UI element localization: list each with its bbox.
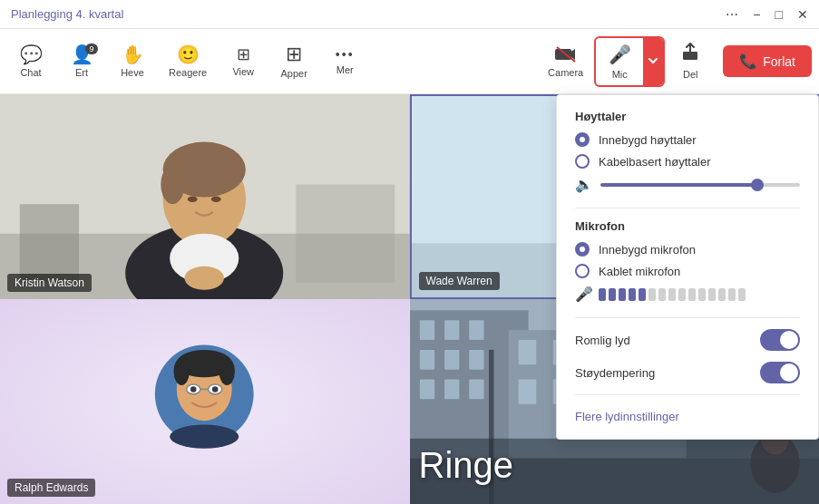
romlig-lyd-label: Romlig lyd xyxy=(575,334,630,347)
chat-label: Chat xyxy=(20,67,41,78)
apper-label: Apper xyxy=(281,68,307,79)
svg-rect-46 xyxy=(518,340,536,364)
mic-bar-13 xyxy=(718,288,726,301)
svg-rect-41 xyxy=(444,350,459,370)
more-icon: ••• xyxy=(336,48,355,61)
svg-rect-45 xyxy=(469,380,483,400)
mer-button[interactable]: ••• Mer xyxy=(321,43,368,81)
svg-rect-6 xyxy=(296,184,395,283)
del-button[interactable]: Del xyxy=(667,37,714,85)
ralph-name-label: Ralph Edwards xyxy=(7,479,95,497)
apper-button[interactable]: ⊞ Apper xyxy=(270,39,317,84)
mic-button[interactable]: 🎤 Mic xyxy=(596,38,643,85)
leave-label: Forlat xyxy=(763,54,795,69)
kablet-mikrofon-option[interactable]: Kablet mikrofon xyxy=(575,264,800,278)
mic-bar-10 xyxy=(688,288,696,301)
restore-icon[interactable]: □ xyxy=(775,7,783,22)
svg-rect-39 xyxy=(469,320,483,340)
wade-name-label: Wade Warren xyxy=(419,272,500,290)
mic-level-icon: 🎤 xyxy=(575,286,593,303)
innebygd-hoyttaler-radio[interactable] xyxy=(575,132,590,147)
view-button[interactable]: ⊞ View xyxy=(219,41,267,82)
svg-rect-37 xyxy=(419,320,434,340)
reagere-label: Reagere xyxy=(169,67,207,78)
mer-label: Mer xyxy=(336,64,354,75)
mic-bar-3 xyxy=(619,288,626,301)
mic-bar-14 xyxy=(728,288,736,301)
video-cell-kristin: Kristin Watson xyxy=(0,94,410,299)
mic-bar-8 xyxy=(668,288,676,301)
window-title: Planlegging 4. kvartal xyxy=(11,7,123,21)
phone-icon: 📞 xyxy=(739,53,757,70)
hand-icon: ✋ xyxy=(122,45,144,63)
minimize-icon[interactable]: − xyxy=(753,7,760,22)
camera-button[interactable]: Camera xyxy=(539,40,592,83)
volume-icon: 🔈 xyxy=(575,176,593,193)
mic-bar-12 xyxy=(708,288,716,301)
kabelbasert-hoyttaler-label: Kabelbasert høyttaler xyxy=(599,155,711,169)
mic-bar-11 xyxy=(698,288,706,301)
svg-rect-51 xyxy=(518,380,536,404)
toolbar: 💬 Chat 👤 Ert 9 ✋ Heve 🙂 Reagere ⊞ View ⊞… xyxy=(0,29,819,94)
video-cell-ralph: Ralph Edwards xyxy=(0,299,410,504)
section-divider xyxy=(575,208,800,208)
svg-rect-5 xyxy=(20,204,79,283)
mic-bar-7 xyxy=(658,288,666,301)
close-icon[interactable]: ✕ xyxy=(797,7,808,22)
main-content: Kristin Watson Wade Warren xyxy=(0,94,819,504)
heve-button[interactable]: ✋ Heve xyxy=(109,40,156,83)
svg-point-15 xyxy=(184,267,224,290)
window-controls: ⋯ − □ ✕ xyxy=(726,7,808,22)
view-icon: ⊞ xyxy=(237,46,250,63)
kabelbasert-hoyttaler-radio[interactable] xyxy=(575,154,590,169)
kristin-name-label: Kristin Watson xyxy=(7,274,92,292)
mic-level-row: 🎤 xyxy=(575,286,800,303)
ert-button[interactable]: 👤 Ert 9 xyxy=(58,40,105,83)
mic-label: Mic xyxy=(612,69,628,80)
reagere-button[interactable]: 🙂 Reagere xyxy=(160,40,216,83)
mic-bar-1 xyxy=(599,288,606,301)
svg-rect-44 xyxy=(444,380,459,400)
innebygd-mikrofon-option[interactable]: Innebygd mikrofon xyxy=(575,242,800,257)
svg-point-31 xyxy=(170,425,239,449)
ert-label: Ert xyxy=(75,67,88,78)
emoji-icon: 🙂 xyxy=(177,45,200,63)
romlig-lyd-toggle[interactable] xyxy=(760,329,800,351)
volume-slider[interactable] xyxy=(600,183,800,187)
svg-point-25 xyxy=(219,358,235,385)
section-divider-2 xyxy=(575,317,800,318)
more-settings-link[interactable]: Flere lydinnstillinger xyxy=(575,410,679,423)
leave-button[interactable]: 📞 Forlat xyxy=(723,45,812,77)
audio-settings-panel: Høyttaler Innebygd høyttaler Kabelbasert… xyxy=(556,94,819,440)
innebygd-hoyttaler-option[interactable]: Innebygd høyttaler xyxy=(575,132,800,147)
volume-thumb[interactable] xyxy=(751,179,764,191)
innebygd-hoyttaler-label: Innebygd høyttaler xyxy=(599,133,697,147)
ringe-text: Ringe xyxy=(419,445,514,486)
mic-dropdown-button[interactable] xyxy=(643,38,663,85)
stoydempering-toggle[interactable] xyxy=(760,362,800,383)
kablet-mikrofon-label: Kablet mikrofon xyxy=(599,265,680,278)
mikrofon-section-title: Mikrofon xyxy=(575,219,800,233)
kabelbasert-hoyttaler-option[interactable]: Kabelbasert høyttaler xyxy=(575,154,800,169)
kablet-mikrofon-radio[interactable] xyxy=(575,264,590,278)
ert-badge: 9 xyxy=(85,44,98,54)
svg-point-30 xyxy=(212,386,219,393)
camera-icon xyxy=(555,45,577,63)
mic-group: 🎤 Mic xyxy=(594,36,665,87)
svg-rect-42 xyxy=(469,350,483,370)
innebygd-mikrofon-radio[interactable] xyxy=(575,242,590,257)
mic-bar-15 xyxy=(738,288,746,301)
heve-label: Heve xyxy=(121,67,144,78)
mic-bar-4 xyxy=(629,288,636,301)
innebygd-mikrofon-label: Innebygd mikrofon xyxy=(599,243,696,257)
svg-point-24 xyxy=(173,358,189,385)
mic-bar-5 xyxy=(639,288,646,301)
chat-button[interactable]: 💬 Chat xyxy=(7,40,54,83)
mic-bar-6 xyxy=(648,288,656,301)
mic-bar-2 xyxy=(609,288,616,301)
more-options-icon[interactable]: ⋯ xyxy=(726,7,738,22)
add-icon: ⊞ xyxy=(286,44,302,64)
svg-rect-38 xyxy=(444,320,459,340)
mic-bar-9 xyxy=(678,288,686,301)
svg-point-29 xyxy=(190,386,197,393)
